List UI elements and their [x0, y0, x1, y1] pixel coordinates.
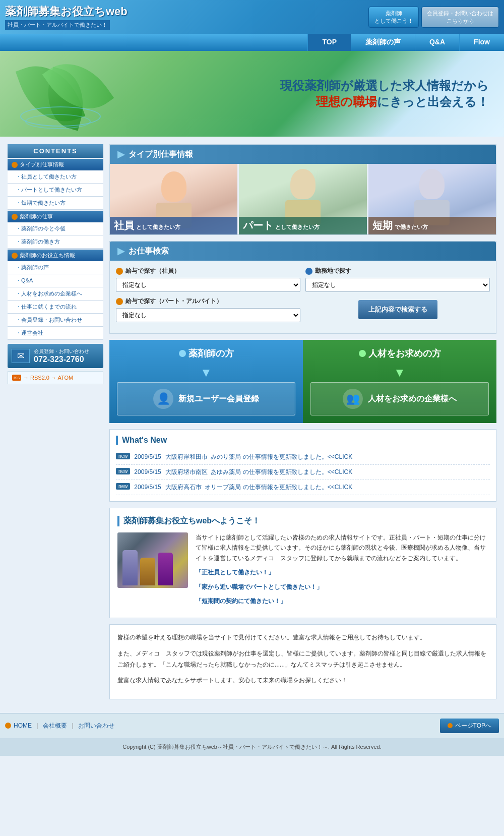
contact-btn-line1: 会員登録・お問い合わせは: [427, 10, 493, 17]
card-short-main: 短期: [372, 220, 393, 231]
news-pharmacy-2: あゆみ薬局: [211, 468, 241, 475]
sidebar-item-shortterm[interactable]: 短期で働きたい方: [8, 197, 103, 210]
card-employee-sub: として働きたい方: [136, 224, 180, 230]
company-register-btn-text: 人材をお求めの企業様へ: [368, 394, 457, 404]
sidebar-contact-block: ✉ 会員登録・お問い合わせ 072-323-2760: [8, 344, 103, 368]
circle-dot-icon: [448, 723, 453, 728]
search-section-header: ▶ お仕事検索: [110, 242, 496, 261]
pharmacist-register: 薬剤師の方 ▼ 👤 新規ユーザー会員登録: [109, 340, 303, 423]
type-cards: 社員 として働きたい方 パート として働きたい方: [110, 164, 496, 234]
contact-header-btn[interactable]: 会員登録・お問い合わせは こちらから: [421, 7, 499, 28]
sidebar-section-type: タイプ別仕事情報: [8, 159, 103, 170]
sidebar-item-flow[interactable]: 仕事に就くまでの流れ: [8, 301, 103, 314]
search-button[interactable]: 上記内容で検索する: [358, 300, 437, 319]
search-group-salary-employee: 給与で探す（社員） 指定なし: [116, 267, 300, 292]
header-right: 薬剤師 として働こう！ 会員登録・お問い合わせは こちらから: [368, 7, 499, 28]
circle-icon-comp: [359, 350, 366, 357]
search-group-workplace: 勤務地で探す 指定なし: [305, 267, 490, 292]
search-label-salary-employee: 給与で探す（社員）: [116, 267, 300, 275]
site-logo: 薬剤師募集お役立ちweb 社員・パート・アルバイトで働きたい！: [5, 4, 128, 30]
blue-dot-icon-s1: [305, 268, 312, 275]
page-top-button[interactable]: ページTOPへ: [440, 719, 499, 733]
copyright-text: Copyright (C) 薬剤師募集お役立ちweb～社員・パート・アルバイトで…: [122, 744, 381, 750]
sidebar-item-voice[interactable]: 薬剤師の声: [8, 261, 103, 274]
sidebar-section-info: 薬剤師のお役立ち情報: [8, 250, 103, 261]
card-short-sub: で働きたい方: [395, 224, 428, 230]
news-text-2: 2009/5/15 大阪府堺市南区 あゆみ薬局 の仕事情報を更新致しました。<<…: [134, 468, 352, 476]
arrow-icon: ▶: [117, 149, 124, 160]
footer-dot-icon: [5, 723, 11, 729]
user-icon: 👤: [153, 389, 173, 409]
pharmacist-register-title: 薬剤師の方: [117, 347, 295, 360]
welcome-quote-1: 「正社員として働きたい！」: [196, 567, 488, 577]
sidebar-item-future[interactable]: 薬剤師の今と今後: [8, 222, 103, 235]
footer-contact-link[interactable]: お問い合わせ: [78, 722, 114, 730]
sidebar-item-workstyle[interactable]: 薬剤師の働き方: [8, 235, 103, 249]
orange-dot-icon-s2: [116, 298, 123, 305]
company-register: 人材をお求めの方 ▼ 👥 人材をお求めの企業様へ: [303, 340, 496, 423]
sidebar-item-companies[interactable]: 人材をお求めの企業様へ: [8, 287, 103, 301]
hero-banner: 現役薬剤師が厳選した求人情報だから 理想の職場にきっと出会える！: [0, 51, 504, 137]
search-btn-wrapper: 上記内容で検索する: [305, 297, 490, 322]
arrow-down-icon-comp: ▼: [310, 366, 489, 380]
search-salary-employee-text: 給与で探す（社員）: [125, 267, 180, 275]
sidebar-section-type-label: タイプ別仕事情報: [20, 161, 64, 168]
main-nav: TOP 薬剤師の声 Q&A Flow: [0, 34, 504, 51]
pharmacist-header-btn[interactable]: 薬剤師 として働こう！: [368, 7, 419, 28]
news-item-3[interactable]: new 2009/5/15 大阪府高石市 オリーブ薬局 の仕事情報を更新致しまし…: [116, 480, 490, 495]
news-date-2: 2009/5/15: [134, 468, 161, 475]
nav-qa[interactable]: Q&A: [415, 34, 459, 51]
type-section-title: タイプ別仕事情報: [129, 149, 193, 160]
nav-pharmacist-voice[interactable]: 薬剤師の声: [351, 34, 415, 51]
search-select-salary-part[interactable]: 指定なし: [116, 308, 300, 322]
type-card-employee[interactable]: 社員 として働きたい方: [110, 164, 237, 234]
sidebar-item-contact[interactable]: 会員登録・お問い合わせ: [8, 314, 103, 327]
pharmacist-register-btn-text: 新規ユーザー会員登録: [178, 394, 259, 404]
news-pharmacy-1: みのり薬局: [211, 453, 241, 460]
search-section-title: お仕事検索: [129, 246, 169, 257]
card-employee-main: 社員: [114, 220, 134, 231]
search-section: ▶ お仕事検索 給与で探す（社員） 指定なし: [109, 241, 496, 334]
news-badge-3: new: [116, 483, 130, 490]
pharmacist-register-button[interactable]: 👤 新規ユーザー会員登録: [117, 382, 295, 415]
search-select-salary-employee[interactable]: 指定なし: [116, 278, 300, 292]
search-select-workplace[interactable]: 指定なし: [305, 278, 490, 292]
nav-flow[interactable]: Flow: [459, 34, 504, 51]
news-item-2[interactable]: new 2009/5/15 大阪府堺市南区 あゆみ薬局 の仕事情報を更新致しまし…: [116, 465, 490, 480]
footer-nav: HOME ｜ 会社概要 ｜ お問い合わせ ページTOPへ: [0, 713, 504, 738]
welcome-text-block: 当サイトは薬剤師として活躍したい皆様のための求人情報サイトです。正社員・パート・…: [196, 532, 488, 610]
news-date-1: 2009/5/15: [134, 453, 161, 460]
body-text-3: 豊富な求人情報であなたをサポートします。安心して未来の職場をお探しください！: [117, 675, 488, 686]
search-row-1: 給与で探す（社員） 指定なし 勤務地で探す 指定なし: [116, 267, 490, 292]
search-label-workplace: 勤務地で探す: [305, 267, 490, 275]
sidebar-section-work-label: 薬剤師の仕事: [20, 213, 53, 220]
welcome-title: 薬剤師募集お役立ちwebへようこそ！: [117, 516, 488, 526]
content-area: ▶ タイプ別仕事情報 社員 として働きたい方: [103, 144, 496, 705]
header: 薬剤師募集お役立ちweb 社員・パート・アルバイトで働きたい！ 薬剤師 として働…: [0, 0, 504, 34]
type-card-part[interactable]: パート として働きたい方: [239, 164, 366, 234]
search-row-2: 給与で探す（パート・アルバイト） 指定なし 上記内容で検索する: [116, 297, 490, 322]
news-item-1[interactable]: new 2009/5/15 大阪府岸和田市 みのり薬局 の仕事情報を更新致しまし…: [116, 450, 490, 465]
nav-top[interactable]: TOP: [307, 34, 351, 51]
sidebar-item-qa[interactable]: Q&A: [8, 274, 103, 287]
sidebar-section-info-label: 薬剤師のお役立ち情報: [20, 252, 75, 259]
footer-home-link[interactable]: HOME: [14, 722, 32, 729]
pharmacist-register-title-text: 薬剤師の方: [188, 347, 234, 360]
company-register-button[interactable]: 👥 人材をお求めの企業様へ: [310, 382, 489, 415]
logo-main: 薬剤師募集お役立ちweb: [5, 4, 128, 19]
pharmacist-btn-line1: 薬剤師: [386, 10, 402, 17]
sidebar-item-company[interactable]: 運営会社: [8, 327, 103, 340]
welcome-section: 薬剤師募集お役立ちwebへようこそ！ 当サイトは薬剤師として活躍したい皆様のため…: [109, 508, 496, 618]
body-text-2: また、メディコ スタッフでは現役薬剤師がお仕事を選定し、皆様にご提供しています。…: [117, 648, 488, 670]
sidebar-title: CONTENTS: [8, 144, 103, 158]
search-body: 給与で探す（社員） 指定なし 勤務地で探す 指定なし: [110, 261, 496, 333]
type-card-short[interactable]: 短期 で働きたい方: [368, 164, 496, 234]
copyright: Copyright (C) 薬剤師募集お役立ちweb～社員・パート・アルバイトで…: [0, 738, 504, 756]
sidebar-item-part[interactable]: パートとして働きたい方: [8, 184, 103, 197]
sidebar-rss[interactable]: rss → RSS2.0 → ATOM: [8, 371, 103, 384]
card-part-main: パート: [243, 220, 273, 231]
footer-company-link[interactable]: 会社概要: [43, 722, 67, 730]
news-content-1: の仕事情報を更新致しました。<<CLICK: [243, 453, 352, 460]
sidebar-item-employee[interactable]: 社員として働きたい方: [8, 170, 103, 184]
pharmacist-btn-line2: として働こう！: [374, 17, 413, 25]
